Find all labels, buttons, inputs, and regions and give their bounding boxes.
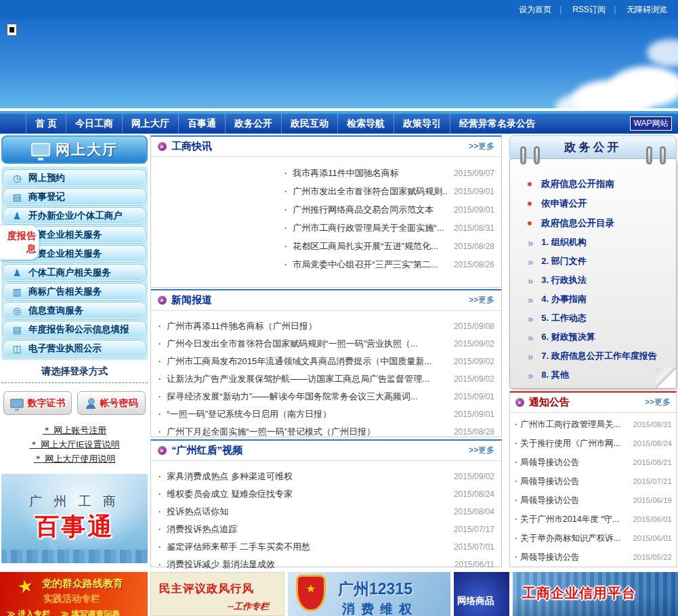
notice-item[interactable]: · 局领导接访公告 2015/08/21 [510, 453, 676, 472]
account-password-button[interactable]: 帐号密码 [77, 391, 146, 415]
nav-item[interactable]: 政务公开 [225, 114, 281, 133]
digital-certificate-button[interactable]: 数字证书 [3, 391, 72, 415]
notice-item[interactable]: · 局领导接访公告 2015/07/21 [510, 472, 676, 491]
disclosure-link[interactable]: » 1. 组织机构 [528, 233, 676, 252]
video-item[interactable]: · 维权委员会成立 疑难杂症找专家 2015/08/24 [151, 485, 501, 503]
sidebar-menu-button[interactable]: ◎ 信息查询服务 [3, 302, 146, 320]
nav-item[interactable]: 政民互动 [281, 114, 337, 133]
login-buttons: 数字证书 帐号密码 [1, 391, 148, 415]
bullet: · [514, 456, 517, 468]
news-item[interactable]: · 广州今日发出全市首张符合国家赋码规则“一照一码”营业执照（... 2015/… [151, 335, 501, 353]
news-item[interactable]: · 探寻经济发展“新动力”——解读今年国务院常务会议三大高频词... 2015/… [151, 388, 501, 405]
disclosure-link[interactable]: 政府信息公开目录 [528, 213, 676, 233]
disclosure-link[interactable]: » 3. 行政执法 [528, 271, 676, 290]
set-homepage-link[interactable]: 设为首页 [519, 5, 551, 14]
video-item[interactable]: · 消费投诉减少 新消法显成效 2015/06/11 [151, 556, 501, 573]
section-header: ▸ 新闻报道 >>更多 [151, 290, 501, 311]
news-item[interactable]: · 让新法为广告产业发展保驾护航——访国家工商总局广告监督管理... 2015/… [151, 370, 501, 388]
register-account-link[interactable]: ＊ 网上账号注册 [1, 423, 148, 437]
notice-item-date: 2015/07/21 [633, 477, 672, 485]
ie-settings-guide-link[interactable]: ＊ 网上大厅IE设置说明 [1, 437, 148, 452]
sidebar-menu-button[interactable]: ◷ 网上预约 [3, 169, 146, 187]
spiral-ring-icon [660, 146, 666, 164]
menu-item-label: 电子营业执照公示 [28, 343, 102, 355]
more-link[interactable]: >>更多 [469, 445, 494, 456]
news-item[interactable]: · 市局党委中心组召开“三严三实”第二... 2015/08/26 [151, 255, 501, 273]
nav-item[interactable]: 网上大厅 [122, 114, 178, 133]
video-item-title: 家具消费成热点 多种渠道可维权 [167, 470, 448, 483]
disclosure-link[interactable]: » 5. 工作动态 [528, 309, 676, 328]
disclosure-link[interactable]: » 7. 政府信息公开工作年度报告 [528, 347, 676, 366]
news-item-date: 2015/09/01 [454, 205, 494, 215]
accessibility-link[interactable]: 无障碍浏览 [627, 5, 667, 14]
notice-item[interactable]: · 局领导接访公告 2015/05/22 [510, 548, 676, 567]
news-item-title: 广州市再添11件驰名商标（广州日报） [167, 320, 448, 332]
online-goods-banner[interactable]: 网络商品 [454, 572, 509, 616]
bullet: · [514, 513, 517, 525]
wap-site-button[interactable]: WAP网站 [630, 116, 672, 131]
enterprise-credit-banner[interactable]: 工商企业信用平台 [513, 572, 678, 616]
disclosure-link[interactable]: 政府信息公开指南 [528, 174, 676, 194]
bullet: · [158, 408, 161, 420]
video-item-title: 消费投诉热点追踪 [167, 523, 448, 535]
news-item-date: 2015/09/01 [454, 410, 494, 419]
baishitong-banner[interactable]: 广 州 工 商 百事通 [1, 474, 148, 563]
nav-item[interactable]: 检索导航 [337, 114, 394, 133]
video-item[interactable]: · 投诉热点话你知 2015/08/04 [151, 503, 501, 521]
video-item[interactable]: · 鉴定评估师来帮手 二手车买卖不用愁 2015/07/01 [151, 538, 501, 556]
person-icon [85, 398, 96, 409]
notice-item[interactable]: · 广州市工商行政管理局关... 2015/08/31 [510, 415, 676, 434]
nav-item[interactable]: 经营异常名录公告 [450, 114, 544, 133]
more-link[interactable]: >>更多 [469, 294, 494, 306]
nav-item[interactable]: 百事通 [178, 114, 225, 133]
news-item[interactable]: · 广州下月起全面实施“一照一码”登记模式（广州日报） 2015/08/28 [151, 423, 501, 441]
news-item[interactable]: · 广州市发出全市首张符合国家赋码规则... 2015/09/01 [151, 182, 501, 200]
news-item[interactable]: · 广州市工商局发布2015年流通领域文具商品消费提示（中国质量新... 201… [151, 353, 501, 370]
news-item[interactable]: · 花都区工商局扎实开展“五进”规范化... 2015/08/28 [151, 237, 501, 255]
sidebar-menu-button[interactable]: ♟ 个体工商户相关服务 [3, 264, 146, 282]
news-item-date: 2015/09/07 [454, 169, 494, 178]
news-item[interactable]: · “一照一码”登记系统今日启用（南方日报） 2015/09/01 [151, 405, 501, 423]
notice-item[interactable]: · 关于举办商标知识产权诉... 2015/06/01 [510, 529, 676, 548]
news-item[interactable]: · 广州市工商行政管理局关于全面实施“... 2015/08/31 [151, 219, 501, 237]
sidebar-menu-button[interactable]: ▥ 商标广告相关服务 [3, 283, 146, 301]
sidebar-menu-button[interactable]: ▤ 商事登记 [3, 188, 146, 206]
video-item[interactable]: · 家具消费成热点 多种渠道可维权 2015/09/02 [151, 468, 501, 485]
notice-item[interactable]: · 关于推行使用《广州市网... 2015/08/24 [510, 434, 676, 453]
video-item[interactable]: · 消费投诉热点追踪 2015/07/17 [151, 521, 501, 538]
menu-item-icon: ▤ [12, 324, 22, 335]
nav-item[interactable]: 今日工商 [66, 114, 122, 133]
disclosure-link[interactable]: » 4. 办事指南 [528, 290, 676, 309]
divider: ｜ [557, 5, 565, 14]
disclosure-link[interactable]: » 6. 财政预决算 [528, 328, 676, 347]
usage-guide-link[interactable]: ＊ 网上大厅使用说明 [1, 452, 148, 466]
disclosure-link[interactable]: 依申请公开 [528, 194, 676, 213]
news-item[interactable]: · 广州推行网络商品交易合同示范文本 2015/09/01 [151, 200, 501, 219]
notice-item[interactable]: · 局领导接访公告 2015/06/19 [510, 491, 676, 510]
section-header: ▸ 工商快讯 >>更多 [151, 137, 501, 157]
sidebar-menu-button[interactable]: ♟ 开办新企业/个体工商户 [3, 207, 146, 225]
sidebar-menu-button[interactable]: ▤ 年度报告和公示信息填报 [3, 321, 146, 338]
gz12315-banner[interactable]: 广州12315 消费维权 [288, 572, 450, 616]
video-item-title: 投诉热点话你知 [167, 506, 448, 518]
more-link[interactable]: >>更多 [645, 397, 671, 408]
nav-item[interactable]: 政策导引 [394, 114, 450, 133]
annual-report-bubble[interactable]: 度报告 息 [0, 225, 39, 260]
nav-item[interactable]: 首 页 [26, 114, 66, 133]
democratic-review-banner[interactable]: 民主评议政风行风 --工作专栏 [150, 572, 284, 616]
more-link[interactable]: >>更多 [469, 141, 494, 152]
news-item[interactable]: · 我市再添11件中国驰名商标 2015/09/07 [151, 164, 501, 182]
sidebar-menu-button[interactable]: ◫ 电子营业执照公示 [3, 340, 146, 357]
disclosure-link[interactable]: » 8. 其他 [528, 366, 676, 384]
party-education-banner[interactable]: ★ 党的群众路线教育 实践活动专栏 ≫ 进入专栏 ≫ 填写调查问卷 [0, 572, 148, 616]
rss-subscribe-link[interactable]: RSS订阅 [572, 5, 606, 14]
bubble-line: 度报告 [0, 229, 36, 242]
party-star-icon: ★ [16, 575, 35, 598]
nav-item-label: 今日工商 [75, 118, 113, 129]
notice-item-title: 局领导接访公告 [520, 552, 630, 563]
notice-item[interactable]: · 关于广州市2014年度 “守... 2015/06/01 [510, 510, 676, 529]
menu-item-label: 商标广告相关服务 [28, 286, 102, 298]
news-item-date: 2015/09/01 [454, 392, 494, 401]
disclosure-link[interactable]: » 2. 部门文件 [528, 252, 676, 271]
news-item[interactable]: · 广州市再添11件驰名商标（广州日报） 2015/09/08 [151, 317, 501, 335]
